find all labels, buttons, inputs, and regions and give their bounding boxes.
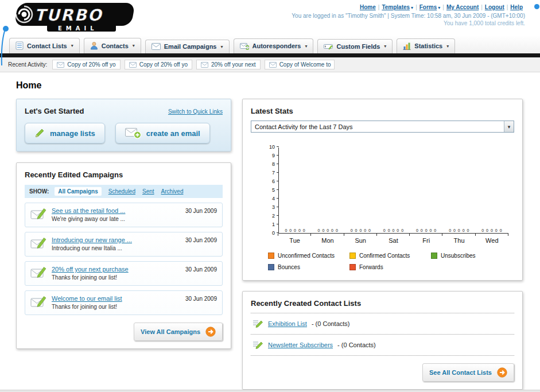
- y-axis-label: 1: [272, 222, 275, 227]
- email-campaigns-icon: [151, 43, 161, 50]
- legend-item: Confirmed Contacts: [349, 253, 431, 259]
- x-axis-tick: [344, 234, 344, 236]
- campaign-row[interactable]: Welcome to our email listThanks for join…: [25, 290, 223, 315]
- session-info: You are logged in as "Timothy Smith" | S…: [292, 13, 525, 19]
- manage-lists-button[interactable]: manage lists: [25, 123, 105, 143]
- legend-label: Unconfirmed Contacts: [278, 253, 335, 259]
- chart-y-axis: 012345678910: [267, 148, 278, 234]
- pencil-icon: [34, 128, 45, 138]
- y-axis-label: 10: [269, 145, 275, 150]
- recent-activity-label: Recent Activity:: [8, 61, 47, 68]
- manage-lists-label: manage lists: [50, 129, 95, 138]
- campaign-text: Introducing our new range ...Introducing…: [52, 236, 170, 251]
- statistics-icon: [403, 42, 411, 50]
- filter-sent[interactable]: Sent: [142, 188, 154, 195]
- get-started-title: Let's Get Started: [25, 107, 84, 115]
- tab-contact-lists[interactable]: Contact Lists▾: [9, 38, 80, 53]
- campaign-envelope-icon: [30, 237, 46, 250]
- campaign-date: 30 Jun 2009: [185, 266, 217, 273]
- switch-quick-links-link[interactable]: Switch to Quick Links: [168, 108, 223, 115]
- recent-campaigns-panel: Recently Edited Campaigns SHOW: All Camp…: [16, 162, 231, 349]
- legend-label: Confirmed Contacts: [359, 253, 410, 259]
- credits-info: You have 1,000 total credits left.: [292, 20, 525, 26]
- see-all-contact-lists-button[interactable]: See All Contact Lists: [422, 363, 514, 382]
- tab-contacts[interactable]: Contacts▾: [84, 38, 141, 53]
- activity-item-label: 20% off your next: [211, 61, 256, 68]
- tab-custom-fields[interactable]: Custom Fields▾: [317, 39, 393, 53]
- x-axis-label: Tue: [278, 237, 311, 244]
- chevron-down-icon: ▾: [504, 121, 514, 132]
- separator: |: [481, 4, 483, 10]
- recent-activity-item[interactable]: 20% off your next: [196, 60, 261, 69]
- create-email-button[interactable]: create an email: [115, 123, 210, 143]
- contact-list-link[interactable]: Exhibition List: [268, 320, 307, 327]
- tab-statistics[interactable]: Statistics▾: [397, 38, 455, 53]
- tab-autoresponders[interactable]: Autoresponders▾: [234, 38, 314, 53]
- y-axis-tick: [277, 155, 279, 156]
- view-all-campaigns-button[interactable]: View All Campaigns: [134, 323, 223, 341]
- legend-swatch: [431, 253, 437, 259]
- legend-item: Unsubscribes: [431, 253, 512, 259]
- stats-period-value: Contact Activity for the Last 7 Days: [255, 123, 353, 130]
- divider-bar: [0, 53, 540, 57]
- legend-label: Unsubscribes: [441, 253, 476, 259]
- tab-email-campaigns[interactable]: Email Campaigns▾: [145, 40, 230, 53]
- y-axis-tick: [277, 224, 279, 224]
- custom-fields-icon: [324, 42, 333, 50]
- y-axis-tick: [277, 198, 279, 199]
- campaign-subtitle: We're giving away our late ...: [52, 216, 125, 222]
- header-link-home[interactable]: Home: [360, 4, 376, 10]
- legend-swatch: [349, 264, 356, 270]
- campaign-title-link[interactable]: 20% off your next purchase: [52, 266, 129, 273]
- header-link-templates[interactable]: Templates▾: [382, 4, 413, 10]
- recent-activity-item[interactable]: Copy of Welcome to: [265, 60, 335, 69]
- filter-archived[interactable]: Archived: [161, 188, 184, 195]
- stats-period-select[interactable]: Contact Activity for the Last 7 Days ▾: [251, 121, 514, 133]
- y-axis-tick: [277, 172, 279, 173]
- campaign-row[interactable]: 20% off your next purchaseThanks for joi…: [25, 261, 223, 286]
- recent-activity-item[interactable]: Copy of 20% off yo: [52, 60, 120, 69]
- recent-activity-item[interactable]: Copy of 20% off yo: [125, 60, 192, 69]
- campaign-title-link[interactable]: Welcome to our email list: [52, 295, 122, 302]
- header-link-forms[interactable]: Forms▾: [419, 4, 441, 10]
- arrow-circle-icon: [497, 367, 507, 378]
- x-axis-label: Sat: [377, 237, 410, 244]
- latest-stats-panel: Latest Stats Contact Activity for the La…: [242, 99, 523, 281]
- header-link-help[interactable]: Help: [510, 4, 523, 10]
- x-axis-tick: [508, 234, 508, 236]
- header-link-logout[interactable]: Logout: [485, 4, 504, 10]
- turbo-email-logo[interactable]: TURBO EMAIL: [2, 2, 146, 36]
- header: TURBO EMAIL Home|Templates▾|Forms▾|My Ac…: [0, 0, 540, 36]
- get-started-panel: Let's Get Started Switch to Quick Links …: [16, 99, 231, 152]
- stats-title: Latest Stats: [251, 107, 514, 115]
- arrow-circle-icon: [205, 327, 216, 337]
- campaign-date: 30 Jun 2009: [185, 237, 217, 243]
- header-meta: Home|Templates▾|Forms▾|My Account|Logout…: [292, 1, 534, 36]
- x-axis-label: Thu: [442, 237, 475, 244]
- tab-label: Contact Lists: [27, 42, 67, 49]
- legend-label: Forwards: [359, 264, 383, 270]
- chart-x-labels: TueMonSunSatFriThuWed: [278, 237, 508, 244]
- contact-list-link[interactable]: Newsletter Subscribers: [268, 341, 333, 348]
- chevron-down-icon: ▾: [411, 5, 413, 10]
- separator: |: [442, 4, 444, 10]
- campaign-row[interactable]: See us at the retail food ...We're givin…: [25, 203, 223, 227]
- campaign-list: See us at the retail food ...We're givin…: [25, 203, 223, 315]
- chart-value-label: 0 0 0 0 0: [476, 228, 508, 232]
- y-axis-label: 2: [272, 214, 275, 219]
- campaign-title-link[interactable]: Introducing our new range ...: [52, 236, 132, 243]
- contact-list-row: Newsletter Subscribers - (0 Contacts): [251, 335, 514, 355]
- campaign-title-link[interactable]: See us at the retail food ...: [52, 207, 125, 214]
- filter-all-campaigns[interactable]: All Campaigns: [55, 187, 101, 196]
- y-axis-label: 6: [272, 179, 275, 184]
- filter-scheduled[interactable]: Scheduled: [108, 188, 135, 195]
- chart-value-label: 0 0 0 0 0: [279, 228, 312, 232]
- campaign-row[interactable]: Introducing our new range ...Introducing…: [25, 232, 223, 257]
- x-axis-tick: [442, 234, 442, 236]
- campaign-envelope-icon: [30, 208, 46, 220]
- chevron-down-icon: ▾: [305, 44, 307, 49]
- header-link-my-account[interactable]: My Account: [446, 4, 479, 10]
- recent-activity-bar: Recent Activity: Copy of 20% off yoCopy …: [0, 57, 540, 72]
- activity-item-label: Copy of Welcome to: [279, 61, 331, 68]
- contact-list-items: Exhibition List - (0 Contacts)Newsletter…: [251, 313, 514, 356]
